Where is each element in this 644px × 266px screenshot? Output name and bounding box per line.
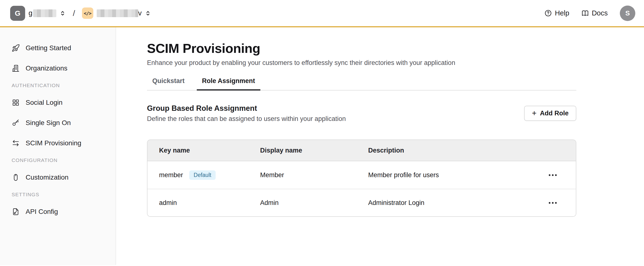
column-header-description: Description	[368, 147, 541, 154]
key-cell: member Default	[159, 170, 260, 180]
section-header-text: Group Based Role Assignment Define the r…	[147, 104, 346, 123]
tab-bar: Quickstart Role Assignment	[147, 77, 576, 91]
role-key: member	[159, 171, 183, 179]
default-badge: Default	[189, 170, 216, 180]
org-switcher[interactable]: G g	[10, 6, 66, 21]
chevron-up-down-icon	[59, 10, 66, 17]
tab-role-assignment[interactable]: Role Assignment	[197, 77, 260, 90]
role-description: Administrator Login	[368, 199, 541, 207]
role-display-name: Admin	[260, 199, 368, 207]
sidebar-item-label: Customization	[26, 174, 68, 181]
sidebar-section-authentication: AUTHENTICATION	[12, 82, 108, 89]
sidebar-item-api-config[interactable]: API Config	[12, 205, 108, 218]
topbar: G g / </> v Help Docs	[0, 0, 644, 27]
sidebar: Getting Started Organizations AUTHENTICA…	[0, 27, 116, 265]
project-switcher[interactable]: </> v	[82, 7, 152, 19]
section-description: Define the roles that can be assigned to…	[147, 115, 346, 123]
add-role-button[interactable]: + Add Role	[524, 106, 576, 121]
column-header-key-name: Key name	[159, 147, 260, 154]
help-circle-icon	[544, 9, 552, 17]
table-row-member: member Default Member Member profile for…	[148, 161, 576, 189]
page-title: SCIM Provisioning	[147, 41, 576, 56]
row-actions-menu-button[interactable]	[541, 171, 564, 179]
sidebar-item-label: API Config	[26, 208, 58, 216]
key-icon	[12, 119, 20, 127]
project-name: v	[97, 9, 152, 17]
help-label: Help	[555, 9, 569, 17]
main-content: SCIM Provisioning Enhance your product b…	[116, 27, 644, 265]
key-cell: admin	[159, 199, 260, 207]
row-actions-menu-button[interactable]	[541, 199, 564, 207]
org-name-visible-text: g	[28, 9, 32, 17]
org-name: g	[28, 9, 66, 17]
breadcrumb-separator: /	[73, 8, 75, 18]
roles-table: Key name Display name Description member…	[147, 139, 576, 217]
docs-button[interactable]: Docs	[582, 9, 608, 17]
sidebar-item-organizations[interactable]: Organizations	[12, 62, 108, 75]
mouse-icon	[12, 173, 20, 181]
project-name-redacted	[97, 9, 138, 17]
user-avatar[interactable]: S	[620, 5, 635, 21]
file-api-icon	[12, 208, 20, 216]
sidebar-section-configuration: CONFIGURATION	[12, 157, 108, 163]
page-subtitle: Enhance your product by enabling your cu…	[147, 59, 576, 67]
book-icon	[582, 9, 589, 17]
sidebar-item-social-login[interactable]: Social Login	[12, 96, 108, 109]
grid-icon	[12, 99, 20, 107]
sidebar-section-settings: SETTINGS	[12, 191, 108, 198]
sidebar-item-label: Social Login	[26, 99, 62, 107]
column-header-display-name: Display name	[260, 147, 368, 154]
section-header-row: Group Based Role Assignment Define the r…	[147, 104, 576, 123]
sidebar-item-single-sign-on[interactable]: Single Sign On	[12, 116, 108, 130]
tab-quickstart[interactable]: Quickstart	[147, 77, 190, 90]
rocket-icon	[12, 44, 20, 52]
sidebar-item-label: Organizations	[26, 64, 68, 72]
topbar-actions: Help Docs S	[544, 5, 635, 21]
table-header-row: Key name Display name Description	[148, 140, 576, 161]
org-name-redacted	[33, 9, 56, 17]
add-role-label: Add Role	[540, 110, 569, 117]
sidebar-item-label: Getting Started	[26, 44, 71, 52]
role-description: Member profile for users	[368, 171, 541, 179]
sidebar-item-label: Single Sign On	[26, 119, 71, 127]
code-icon: </>	[82, 7, 93, 19]
plus-icon: +	[532, 109, 536, 117]
sidebar-item-scim-provisioning[interactable]: SCIM Provisioning	[12, 136, 108, 150]
building-icon	[12, 64, 20, 72]
table-row-admin: admin Admin Administrator Login	[148, 189, 576, 216]
section-heading: Group Based Role Assignment	[147, 104, 346, 113]
chevron-up-down-icon	[144, 10, 151, 17]
org-logo: G	[10, 6, 25, 21]
sidebar-item-customization[interactable]: Customization	[12, 171, 108, 184]
role-key: admin	[159, 199, 177, 207]
role-display-name: Member	[260, 171, 368, 179]
docs-label: Docs	[592, 9, 608, 17]
sidebar-item-label: SCIM Provisioning	[26, 139, 81, 147]
app-window: G g / </> v Help Docs	[0, 0, 644, 266]
help-button[interactable]: Help	[544, 9, 569, 17]
transfer-arrows-icon	[12, 139, 20, 147]
sidebar-item-getting-started[interactable]: Getting Started	[12, 41, 108, 55]
project-name-visible-text: v	[138, 9, 142, 17]
